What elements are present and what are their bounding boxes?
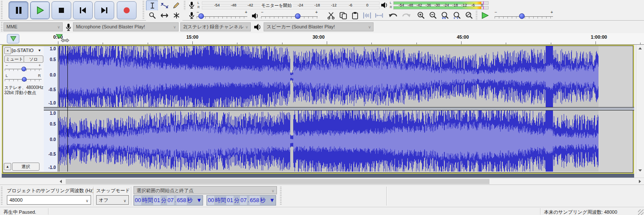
track-gain-slider[interactable]: − + xyxy=(5,64,42,72)
chevron-down-icon: ∨ xyxy=(85,197,88,205)
scroll-down-button[interactable] xyxy=(636,167,644,174)
multi-tool-icon xyxy=(172,12,181,19)
scroll-up-button[interactable] xyxy=(636,45,644,52)
redo-button[interactable] xyxy=(401,11,412,20)
tools-gripper[interactable] xyxy=(143,1,144,19)
timeline-ruler[interactable]: 0:0015:0030:0045:001:00:00 xyxy=(0,33,644,45)
zoom-tool-button[interactable] xyxy=(146,10,158,21)
scroll-left-button[interactable] xyxy=(57,178,64,185)
meter-tick: -6 xyxy=(471,3,475,7)
hscroll-thumb[interactable] xyxy=(66,179,489,184)
play-speed-icon xyxy=(480,12,489,19)
waveform-channel-left[interactable] xyxy=(58,46,632,107)
playback-volume-slider[interactable]: − + xyxy=(261,11,318,20)
playhead-marker[interactable] xyxy=(54,34,73,44)
zoom-toggle-button[interactable] xyxy=(464,11,475,20)
selection-start-field[interactable]: 00時間01分07.658秒 ▼ xyxy=(134,195,203,206)
audio-host-select[interactable]: MME∨ xyxy=(3,22,63,31)
redo-icon xyxy=(401,11,411,20)
record-button[interactable] xyxy=(117,1,137,19)
zoom-in-button[interactable] xyxy=(416,11,427,20)
device-gripper[interactable] xyxy=(1,22,3,32)
pause-button[interactable] xyxy=(9,1,28,19)
arrow-down-icon xyxy=(638,169,642,172)
track-mute-button[interactable]: ミュート xyxy=(4,55,24,63)
record-meter-l-label: L xyxy=(197,1,199,4)
copy-button[interactable] xyxy=(337,11,349,20)
arrow-right-icon xyxy=(639,180,641,183)
time-display-gripper[interactable] xyxy=(280,187,282,206)
mic-icon xyxy=(188,1,195,9)
skip-start-icon xyxy=(78,6,88,15)
track-pan-thumb[interactable] xyxy=(22,77,27,82)
record-meter-gripper[interactable] xyxy=(184,1,185,10)
playback-meter-speaker-button[interactable] xyxy=(380,0,389,10)
zoom-selection-button[interactable] xyxy=(440,11,451,20)
transport-gripper[interactable] xyxy=(1,1,3,19)
track-menu-arrow[interactable]: ▼ xyxy=(38,49,41,52)
input-device-mic-icon xyxy=(65,23,72,31)
horizontal-scrollbar[interactable] xyxy=(0,178,644,185)
undo-icon xyxy=(388,11,398,20)
skip-to-start-button[interactable] xyxy=(73,1,93,19)
meter-tick: -18 xyxy=(314,3,320,7)
record-volume-thumb[interactable] xyxy=(198,13,204,19)
mixer-mic-icon xyxy=(188,12,195,19)
meter-tick: 0 xyxy=(366,3,368,7)
stop-button[interactable] xyxy=(52,1,71,19)
cut-button[interactable] xyxy=(325,11,337,20)
play-speed-gripper[interactable] xyxy=(476,11,477,20)
timeshift-tool-button[interactable] xyxy=(158,10,170,21)
track-pan-slider[interactable]: L R xyxy=(5,74,42,83)
field-dropdown-arrow[interactable]: ▼ xyxy=(196,196,202,205)
record-meter-mic-button[interactable] xyxy=(187,0,196,10)
draw-tool-button[interactable] xyxy=(170,0,182,11)
trim-audio-button[interactable] xyxy=(361,11,373,20)
vertical-scrollbar[interactable] xyxy=(636,45,644,174)
envelope-tool-button[interactable] xyxy=(158,0,170,11)
playback-device-select[interactable]: スピーカー (Sound Blaster Play!∨ xyxy=(264,22,374,31)
project-rate-select[interactable]: 48000∨ xyxy=(7,195,91,205)
timeline-label: 30:00 xyxy=(313,34,325,40)
playback-meter[interactable]: -54-48-42-36-30-24-18-12-60 xyxy=(393,1,489,10)
track-collapse-button[interactable]: ▲ xyxy=(4,163,11,170)
field-dropdown-arrow[interactable]: ▼ xyxy=(269,196,275,205)
track-name[interactable]: [α-STATIO xyxy=(12,48,33,53)
recording-device-select[interactable]: Microphone (Sound Blaster Play!∨ xyxy=(73,22,179,31)
actual-rate-message: 本来のサンプリング周波数: 48000 xyxy=(544,209,617,215)
snap-mode-select[interactable]: オフ∨ xyxy=(96,195,129,205)
canvas-background-strip xyxy=(2,174,634,178)
playback-meter-r-label: R xyxy=(390,6,392,9)
resize-grip[interactable] xyxy=(638,209,644,215)
timeline-pin-button[interactable] xyxy=(7,34,19,43)
multi-tool-button[interactable] xyxy=(170,10,182,21)
recording-channels-select[interactable]: 2(ステレオ) 録音チャンネル∨ xyxy=(180,22,251,31)
meter-tick: -18 xyxy=(453,3,458,7)
track-select-button[interactable]: 選択 xyxy=(12,163,39,171)
timeline-label: 45:00 xyxy=(457,34,469,40)
zoom-out-icon xyxy=(428,11,438,20)
zoom-fit-button[interactable] xyxy=(452,11,463,20)
timeline-tick xyxy=(371,43,372,44)
record-volume-slider[interactable]: − + xyxy=(197,11,247,20)
record-meter[interactable]: -54-48-42-36-30-24-18-12-60 モニターを開始 xyxy=(202,1,380,10)
scroll-right-button[interactable] xyxy=(636,178,643,185)
track-solo-button[interactable]: ソロ xyxy=(24,55,43,63)
paste-button[interactable] xyxy=(349,11,361,20)
track-gain-thumb[interactable] xyxy=(21,67,26,71)
play-button[interactable] xyxy=(30,1,50,19)
selection-end-field[interactable]: 00時間01分07.658秒 ▼ xyxy=(207,195,276,206)
play-speed-slider[interactable]: − + xyxy=(495,11,553,20)
waveform-channel-right[interactable] xyxy=(58,111,632,172)
undo-button[interactable] xyxy=(388,11,399,20)
record-meter-hint: モニターを開始 xyxy=(261,3,293,9)
zoom-out-button[interactable] xyxy=(428,11,439,20)
selection-toolbar: プロジェクトのサンプリング周波数 (Hz) 48000∨ スナップモード オフ∨… xyxy=(0,184,644,207)
track-close-button[interactable]: × xyxy=(4,47,11,54)
silence-audio-button[interactable] xyxy=(374,11,385,20)
play-at-speed-button[interactable] xyxy=(478,11,491,20)
skip-to-end-button[interactable] xyxy=(94,1,114,19)
selection-tool-button[interactable] xyxy=(146,0,158,11)
selection-gripper[interactable] xyxy=(1,187,3,206)
selection-range-mode-select[interactable]: 選択範囲の開始点と終了点∨ xyxy=(134,186,277,194)
